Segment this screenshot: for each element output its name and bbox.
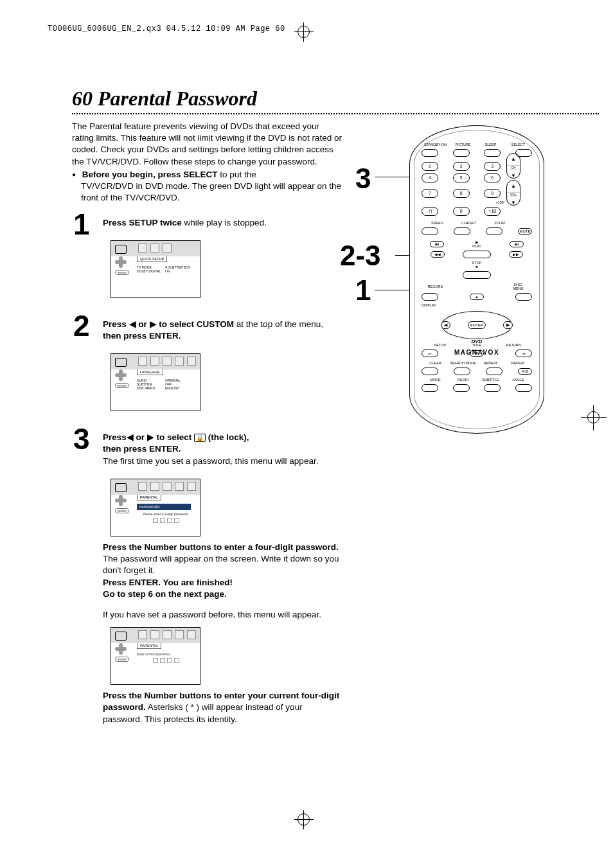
- step-3-body-2: If you have set a password before, this …: [103, 609, 342, 621]
- button-search-mode[interactable]: [454, 368, 470, 375]
- button-clear[interactable]: [422, 368, 438, 375]
- button-speed[interactable]: [422, 227, 438, 235]
- label-standby: STANDBY-ON: [422, 143, 449, 146]
- button-sleep[interactable]: [484, 149, 501, 157]
- nav-ring: ◀ ENTER ▶: [441, 311, 512, 339]
- osd-tab-label: PARENTAL: [137, 495, 161, 500]
- button-next-icon[interactable]: ⏭: [510, 241, 524, 247]
- label-search-mode: SEARCH MODE: [449, 361, 477, 365]
- button-tc[interactable]: ⊓: [422, 207, 438, 216]
- step-3-body-1: Press the Number buttons to enter a four…: [103, 542, 342, 600]
- button-5[interactable]: 5: [453, 173, 470, 182]
- step-3: 3 Press◀ or ▶ to select 🔒 (the lock), th…: [72, 430, 342, 467]
- step-1-text: Press SETUP twice while play is stopped.: [103, 216, 342, 229]
- osd-tab-icons: [138, 482, 196, 491]
- button-subtitle[interactable]: [484, 384, 501, 392]
- step-1-number: 1: [73, 207, 90, 242]
- label-record: RECORD: [422, 285, 449, 288]
- callout-2-3: 2-3: [340, 240, 381, 272]
- osd-screenshot-parental-existing: ENTER PARENTAL Enter current password.: [111, 627, 200, 685]
- ch-label: CH: [507, 165, 520, 170]
- button-repeat[interactable]: [486, 368, 502, 375]
- button-nav-up[interactable]: ▲: [470, 294, 484, 300]
- button-repeat-ab[interactable]: A-B: [518, 368, 532, 375]
- button-0[interactable]: 0: [453, 207, 470, 216]
- button-creset[interactable]: [454, 227, 470, 235]
- button-enter[interactable]: ENTER: [468, 321, 486, 329]
- button-plus10[interactable]: +10: [484, 207, 501, 216]
- vol-up-icon: ▲: [507, 181, 520, 192]
- vol-down-icon: ▼: [507, 197, 520, 209]
- title-underline-dots: [72, 113, 599, 114]
- button-9[interactable]: 9: [484, 189, 501, 198]
- bullet-continuation: TV/VCR/DVD in DVD mode. The green DVD li…: [72, 181, 342, 204]
- button-1[interactable]: 1: [422, 162, 438, 171]
- callout-1: 1: [355, 274, 371, 306]
- button-angle[interactable]: [515, 384, 532, 392]
- osd-password-bar: PASSWORD: [137, 504, 191, 510]
- osd-tab-label: LANGUAGE: [137, 369, 163, 375]
- button-4[interactable]: 4: [422, 173, 438, 182]
- button-prev-icon[interactable]: ⏮: [430, 241, 444, 247]
- intro-paragraph: The Parental feature prevents viewing of…: [72, 121, 342, 204]
- button-mute[interactable]: MUTE: [518, 228, 532, 235]
- step-2: 2 Press ◀ or ▶ to select CUSTOM at the t…: [72, 317, 342, 342]
- button-2[interactable]: 2: [453, 162, 470, 171]
- enter-icon: ENTER: [115, 383, 129, 388]
- button-play[interactable]: [463, 251, 491, 258]
- label-angle: ANGLE: [504, 378, 532, 382]
- osd-digit-boxes: [137, 658, 195, 663]
- button-disc-menu[interactable]: [515, 293, 532, 301]
- button-rew-icon[interactable]: ◀◀: [431, 251, 445, 258]
- label-subtitle: SUBTITLE: [477, 378, 504, 382]
- button-3[interactable]: 3: [484, 162, 501, 171]
- button-picture[interactable]: [453, 149, 470, 157]
- button-ffwd-icon[interactable]: ▶▶: [509, 251, 523, 258]
- enter-icon: ENTER: [115, 508, 129, 513]
- button-nav-left[interactable]: ◀: [441, 321, 450, 329]
- label-disc-menu: DISC MENU: [504, 283, 532, 290]
- page-title: 60 Parental Password: [72, 87, 342, 111]
- label-clear: CLEAR: [422, 361, 449, 365]
- label-repeat-ab: REPEAT: [504, 361, 532, 365]
- label-zoom: ZOOM: [484, 221, 515, 225]
- button-audio[interactable]: [453, 384, 470, 392]
- button-record[interactable]: [422, 293, 438, 301]
- print-header: T0006UG_6006UG_EN_2.qx3 04.5.12 10:09 AM…: [48, 24, 285, 33]
- volume-rocker[interactable]: ▲ VOL ▼: [506, 180, 520, 206]
- dpad-icon: [115, 256, 127, 268]
- label-play: ▶PLAY: [461, 240, 493, 248]
- button-8[interactable]: 8: [453, 189, 470, 198]
- vol-label: VOL: [507, 192, 520, 197]
- label-sleep: SLEEP: [477, 143, 504, 146]
- osd-screenshot-language: ENTER LANGUAGE AUDIOORIGINAL SUBTITLEOFF…: [111, 353, 200, 411]
- label-audio: AUDIO: [449, 378, 477, 382]
- label-mode: MODE: [422, 378, 449, 382]
- label-repeat: REPEAT: [477, 361, 504, 365]
- callout-3: 3: [355, 163, 371, 195]
- button-standby[interactable]: [422, 149, 438, 157]
- step-1: 1 Press SETUP twice while play is stoppe…: [72, 216, 342, 229]
- step-3-number: 3: [73, 421, 90, 456]
- dpad-icon: [115, 643, 127, 655]
- osd-hint: Enter current password.: [137, 652, 195, 656]
- button-7[interactable]: 7: [422, 189, 438, 198]
- intro-text: The Parental feature prevents viewing of…: [72, 121, 342, 166]
- osd-screenshot-quick-setup: ENTER QUICK SETUP TV MODE4:3 LETTER BOX …: [111, 240, 200, 298]
- channel-rocker[interactable]: ▲ CH ▼: [506, 153, 520, 179]
- enter-icon: ENTER: [115, 270, 129, 275]
- osd-tab-icons: [138, 244, 172, 252]
- tv-icon: [115, 632, 127, 641]
- button-stop[interactable]: [463, 271, 491, 279]
- button-mode[interactable]: [422, 384, 438, 392]
- button-nav-right[interactable]: ▶: [503, 321, 513, 329]
- button-zoom[interactable]: [486, 227, 502, 235]
- osd-tab-label: QUICK SETUP: [137, 256, 167, 262]
- label-display: DISPLAY: [422, 303, 445, 307]
- button-6[interactable]: 6: [484, 173, 501, 182]
- content-column: 60 Parental Password The Parental featur…: [72, 87, 342, 725]
- osd-hint: Please enter a 4-digit password.: [137, 512, 195, 516]
- registration-mark-top: [294, 22, 314, 42]
- dpad-icon: [115, 369, 127, 381]
- lock-icon: 🔒: [194, 434, 206, 442]
